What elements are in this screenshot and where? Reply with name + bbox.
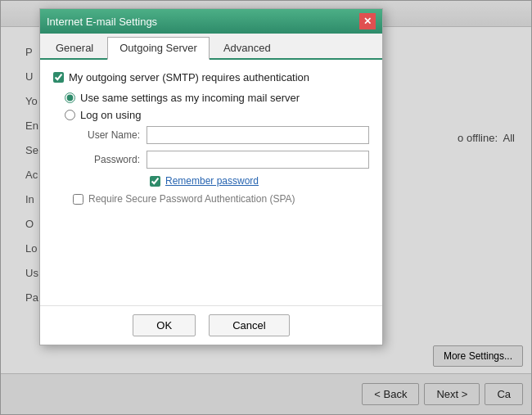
log-on-using-row: Log on using <box>65 109 369 121</box>
cancel-button-modal[interactable]: Cancel <box>209 314 289 336</box>
modal-tabs: General Outgoing Server Advanced <box>40 34 382 60</box>
password-label: Password: <box>73 154 147 165</box>
modal-close-button[interactable]: ✕ <box>359 13 376 29</box>
password-input[interactable] <box>147 151 369 169</box>
remember-password-label: Remember password <box>165 175 259 187</box>
modal-overlay: Internet E-mail Settings ✕ General Outgo… <box>0 0 532 415</box>
spa-row: Require Secure Password Authentication (… <box>73 193 369 205</box>
remember-password-checkbox[interactable] <box>150 176 160 187</box>
email-settings-dialog: Internet E-mail Settings ✕ General Outgo… <box>39 8 383 345</box>
smtp-auth-checkbox[interactable] <box>53 72 64 83</box>
username-row: User Name: <box>73 126 369 144</box>
username-label: User Name: <box>73 129 147 141</box>
smtp-auth-row: My outgoing server (SMTP) requires authe… <box>53 71 369 83</box>
log-on-label: Log on using <box>80 109 141 121</box>
tab-outgoing-server[interactable]: Outgoing Server <box>107 37 210 60</box>
modal-footer: OK Cancel <box>40 305 382 345</box>
tab-general[interactable]: General <box>43 37 106 58</box>
log-on-radio[interactable] <box>65 110 75 120</box>
spa-checkbox[interactable] <box>73 194 83 205</box>
password-row: Password: <box>73 151 369 169</box>
remember-password-row: Remember password <box>150 175 369 187</box>
use-same-settings-radio[interactable] <box>65 92 75 103</box>
smtp-auth-label: My outgoing server (SMTP) requires authe… <box>69 71 309 83</box>
ok-button[interactable]: OK <box>133 314 196 336</box>
spa-label: Require Secure Password Authentication (… <box>88 193 295 205</box>
use-same-settings-row: Use same settings as my incoming mail se… <box>65 92 369 104</box>
use-same-settings-label: Use same settings as my incoming mail se… <box>80 92 300 104</box>
username-input[interactable] <box>147 126 369 144</box>
modal-body: My outgoing server (SMTP) requires authe… <box>40 60 382 305</box>
modal-title: Internet E-mail Settings <box>47 16 157 28</box>
tab-advanced[interactable]: Advanced <box>211 37 283 58</box>
modal-titlebar: Internet E-mail Settings ✕ <box>40 9 382 34</box>
